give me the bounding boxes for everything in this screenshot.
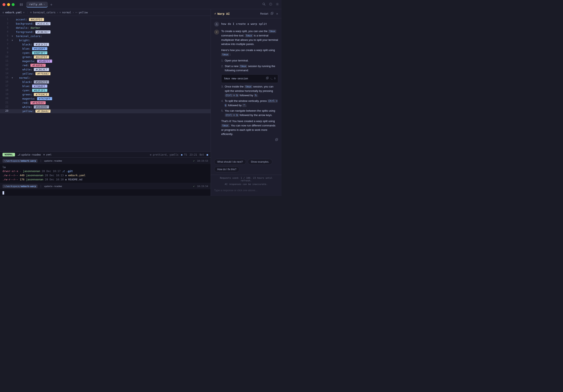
suggestion-btn-1[interactable]: What should I do next? — [214, 159, 246, 165]
run-code-icon[interactable]: ›_ — [270, 77, 272, 81]
tab-close-icon[interactable]: × — [44, 3, 45, 6]
line-number-19: 19 — [2, 92, 8, 96]
titlebar-actions — [262, 2, 279, 7]
line-content-19: green: '#7FE9C3' — [16, 92, 209, 97]
code-line-15: 15▼ normal: — [0, 76, 211, 80]
line-number-20: 20 — [2, 97, 8, 100]
fold-arrow-5[interactable]: ▼ — [12, 34, 15, 37]
ai-input-placeholder[interactable]: Type a response or click one above... — [214, 187, 278, 194]
svg-rect-0 — [20, 3, 21, 6]
line-content-21: red: '#F02E65' — [16, 101, 209, 105]
line-content-15: normal: — [16, 76, 209, 80]
fold-arrow-15[interactable]: ▼ — [12, 76, 15, 79]
code-line-20: 20 magenta: '#7676FF' — [0, 97, 211, 101]
line-number-6: 6 — [2, 38, 8, 41]
line-content-5: terminal_colors: — [16, 34, 209, 38]
tab-add-button[interactable]: + — [49, 2, 54, 7]
editor-pane: ⚙ embark.yaml × | ⊞ terminal_colors › ⊙ … — [0, 9, 211, 196]
fold-arrow-18 — [12, 88, 15, 89]
line-content-20: magenta: '#7676FF' — [16, 97, 209, 101]
line-number-15: 15 — [2, 76, 8, 79]
step-1: 1. Open your terminal. — [221, 59, 278, 63]
insert-code-icon[interactable]: $ — [274, 77, 275, 81]
bot-label: Bot — [200, 153, 204, 156]
code-line-17: 17 blue: '#78A8FF' — [0, 84, 211, 88]
line-content-23: yellow: '#F2B482' — [16, 109, 209, 113]
code-block-text: tmux new-session — [224, 77, 248, 81]
close-button[interactable] — [2, 3, 5, 6]
minimize-button[interactable] — [7, 3, 10, 6]
ai-response-avatar: ⚡ — [214, 30, 219, 35]
line-number-16: 16 — [2, 80, 8, 83]
code-line-22: 22 white: '#8A889D' — [0, 105, 211, 109]
line-number-2: 2 — [2, 22, 8, 25]
code-line-10: 10 green: '#A1EFD3' — [0, 55, 211, 59]
fold-arrow-6[interactable]: ▼ — [12, 38, 15, 41]
copy-response-icon[interactable] — [275, 138, 278, 142]
ai-copy-response[interactable] — [221, 138, 278, 142]
tab-rally-sh[interactable]: rally.sh × — [26, 2, 48, 8]
code-line-21: 21 red: '#F02E65' — [0, 101, 211, 105]
main-container: ⚙ embark.yaml × | ⊞ terminal_colors › ⊙ … — [0, 9, 282, 196]
code-line-9: 9 cyan: '#ABF8F7' — [0, 51, 211, 55]
copy-icon[interactable] — [271, 12, 274, 15]
terminal-time-2: ✓ 10:19:54 — [193, 185, 208, 188]
svg-rect-13 — [275, 139, 277, 141]
line-number-21: 21 — [2, 101, 8, 104]
restart-button[interactable]: Restart — [260, 12, 268, 15]
ai-footer: Requests used: 1 / 100. 23 hours until r… — [211, 175, 282, 196]
file-name: embark.yaml — [5, 11, 22, 14]
search-icon[interactable] — [262, 2, 266, 7]
svg-line-3 — [264, 5, 265, 5]
prettier-icon: ⚙ — [150, 153, 151, 156]
line-number-7: 7 — [2, 42, 8, 46]
tmux-ref-1: tmux — [268, 30, 276, 33]
tmux-ref-4: tmux — [239, 65, 247, 68]
line-content-6: bright: — [16, 38, 209, 42]
tmux-ref-conc: tmux — [221, 124, 229, 127]
notification-icon[interactable] — [269, 2, 272, 7]
ai-input-area[interactable]: Type a response or click one above... — [214, 187, 278, 194]
copy-code-icon[interactable] — [266, 77, 269, 81]
yaml-linter: ⚙ yaml — [43, 153, 52, 156]
line-number-11: 11 — [2, 59, 8, 62]
terminal-time-1: ✓ 10:19:53 — [193, 159, 208, 162]
split-view-icon[interactable] — [18, 2, 25, 8]
svg-rect-14 — [276, 138, 278, 140]
ai-user-avatar — [214, 22, 219, 27]
fold-arrow-20 — [12, 97, 15, 98]
code-block-actions[interactable]: ›_ $ — [266, 77, 275, 81]
svg-point-6 — [270, 5, 271, 5]
file-icon: ⚙ — [2, 11, 4, 14]
terminal-area: ~/workspace/embark-warp | update-readme … — [0, 158, 211, 196]
code-block-tmux-new-session: tmux new-session ›_ $ — [221, 74, 278, 83]
ai-response-body: To create a warp split, you can use the … — [221, 29, 278, 142]
fold-arrow-19 — [12, 92, 15, 93]
suggestion-btn-2[interactable]: Show examples. — [248, 159, 272, 165]
terminal-header-1: ~/workspace/embark-warp | update-readme … — [0, 158, 211, 164]
line-content-14: yellow: '#FFE6B3' — [16, 72, 209, 76]
settings-icon[interactable] — [276, 2, 279, 7]
line-number-22: 22 — [2, 105, 8, 108]
code-line-18: 18 cyan: '#63F2F1' — [0, 88, 211, 92]
terminal-output-line-1: drwxr-xr-x - jasonnoonan 28 Dec 10:17 ⎇ … — [2, 169, 208, 173]
fold-arrow-9 — [12, 51, 15, 52]
tmux-ref-2: tmux — [245, 34, 253, 37]
suggestion-btn-3[interactable]: How do I fix this? — [214, 166, 239, 172]
code-line-3: 3details: darker — [0, 26, 211, 30]
code-line-19: 19 green: '#7FE9C3' — [0, 92, 211, 97]
breadcrumb-item2: normal — [62, 11, 71, 14]
code-line-6: 6▼ bright: — [0, 38, 211, 42]
tmux-ref-3: tmux — [221, 53, 229, 56]
breadcrumb-item1: terminal_colors — [33, 11, 55, 14]
close-icon[interactable]: ✕ — [276, 12, 278, 16]
ai-user-query: how do I create a warp split — [221, 22, 267, 25]
maximize-button[interactable] — [12, 3, 15, 6]
breadcrumb-item3: yellow — [79, 11, 88, 14]
file-close-icon[interactable]: × — [23, 11, 25, 14]
fold-arrow-16 — [12, 80, 15, 81]
ai-header-actions: Restart ✕ — [260, 12, 278, 16]
fold-arrow-22 — [12, 105, 15, 106]
breadcrumb-sep1: › — [57, 11, 58, 14]
terminal-header-2: ~/workspace/embark-warp | update-readme … — [0, 183, 211, 189]
